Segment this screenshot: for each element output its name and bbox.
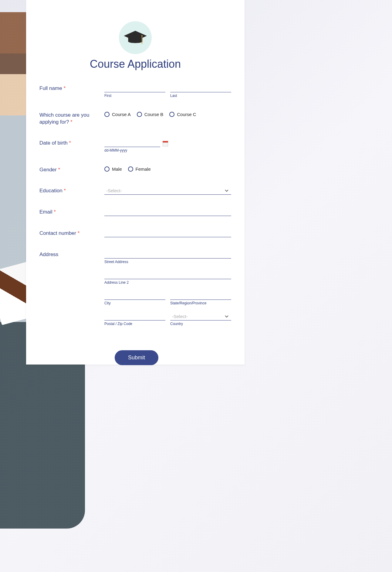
gender-label: Gender * bbox=[39, 167, 60, 173]
contact-input[interactable] bbox=[104, 229, 231, 237]
education-select[interactable]: -Select- bbox=[104, 187, 231, 195]
postal-input[interactable] bbox=[104, 313, 165, 320]
first-name-input[interactable] bbox=[104, 84, 165, 92]
radio-circle-icon bbox=[137, 112, 142, 117]
course-radio-a[interactable]: Course A bbox=[104, 112, 131, 117]
line2-sublabel: Address Line 2 bbox=[104, 280, 231, 285]
city-sublabel: City bbox=[104, 301, 165, 305]
last-name-sublabel: Last bbox=[170, 94, 231, 98]
fullname-label: Full name * bbox=[39, 85, 66, 91]
calendar-icon[interactable] bbox=[163, 141, 168, 146]
female-label: Female bbox=[136, 166, 151, 172]
chevron-down-icon bbox=[225, 314, 229, 318]
address-line2-input[interactable] bbox=[104, 271, 231, 279]
street-sublabel: Street Address bbox=[104, 260, 231, 264]
dob-input[interactable] bbox=[104, 139, 160, 147]
required-marker: * bbox=[58, 167, 60, 173]
country-select[interactable]: -Select- bbox=[170, 313, 231, 320]
course-a-label: Course A bbox=[112, 112, 131, 117]
svg-marker-4 bbox=[141, 42, 142, 44]
country-placeholder: -Select- bbox=[172, 314, 225, 319]
country-sublabel: Country bbox=[170, 322, 231, 326]
radio-circle-icon bbox=[128, 166, 133, 172]
form-title: Course Application bbox=[39, 58, 231, 70]
required-marker: * bbox=[69, 140, 71, 146]
required-marker: * bbox=[63, 85, 66, 91]
region-sublabel: State/Region/Province bbox=[170, 301, 231, 305]
education-label: Education * bbox=[39, 188, 66, 194]
dob-label: Date of birth * bbox=[39, 140, 71, 146]
course-label: Which course are you applying for? * bbox=[39, 112, 89, 125]
chevron-down-icon bbox=[225, 188, 229, 193]
required-marker: * bbox=[78, 230, 80, 236]
required-marker: * bbox=[64, 188, 66, 194]
male-label: Male bbox=[112, 166, 122, 172]
course-application-form: Course Application Full name * First Las… bbox=[26, 0, 245, 365]
form-header: Course Application bbox=[39, 21, 231, 70]
city-input[interactable] bbox=[104, 292, 165, 300]
first-name-sublabel: First bbox=[104, 94, 165, 98]
logo-circle bbox=[119, 21, 152, 54]
dob-format-hint: dd-MMM-yyyy bbox=[104, 148, 231, 152]
radio-circle-icon bbox=[169, 112, 174, 117]
course-radio-c[interactable]: Course C bbox=[169, 112, 196, 117]
graduation-cap-icon bbox=[123, 29, 148, 47]
svg-point-2 bbox=[128, 40, 142, 43]
address-label: Address bbox=[39, 252, 58, 257]
last-name-input[interactable] bbox=[170, 84, 231, 92]
svg-point-5 bbox=[141, 35, 143, 36]
radio-circle-icon bbox=[104, 166, 110, 172]
course-c-label: Course C bbox=[177, 112, 196, 117]
street-input[interactable] bbox=[104, 251, 231, 259]
gender-radio-male[interactable]: Male bbox=[104, 166, 122, 172]
radio-circle-icon bbox=[104, 112, 110, 117]
required-marker: * bbox=[70, 119, 73, 125]
contact-label: Contact number * bbox=[39, 230, 79, 236]
required-marker: * bbox=[54, 209, 56, 215]
education-placeholder: -Select- bbox=[106, 188, 225, 193]
region-input[interactable] bbox=[170, 292, 231, 300]
postal-sublabel: Postal / Zip Code bbox=[104, 322, 165, 326]
gender-radio-female[interactable]: Female bbox=[128, 166, 151, 172]
submit-button[interactable]: Submit bbox=[115, 350, 158, 365]
email-label: Email * bbox=[39, 209, 56, 215]
email-input[interactable] bbox=[104, 208, 231, 216]
course-b-label: Course B bbox=[144, 112, 164, 117]
course-radio-b[interactable]: Course B bbox=[137, 112, 164, 117]
